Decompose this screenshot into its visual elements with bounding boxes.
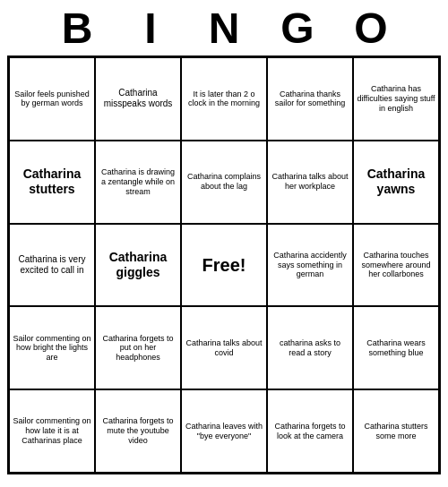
bingo-cell-1: Catharina misspeaks words [95, 57, 181, 141]
bingo-cell-16: Catharina forgets to put on her headphon… [95, 306, 181, 389]
bingo-cell-7: Catharina complains about the lag [181, 141, 267, 224]
letter-g: G [261, 7, 334, 50]
bingo-cell-9: Catharina yawns [353, 141, 439, 224]
bingo-cell-3: Catharina thanks sailor for something [267, 57, 353, 141]
bingo-cell-2: It is later than 2 o clock in the mornin… [181, 57, 267, 141]
bingo-cell-4: Catharina has difficulties saying stuff … [353, 57, 439, 141]
bingo-cell-15: Sailor commenting on how bright the ligh… [9, 306, 95, 389]
bingo-cell-18: catharina asks to read a story [267, 306, 353, 389]
bingo-cell-13: Catharina accidently says something in g… [267, 224, 353, 307]
bingo-cell-24: Catharina stutters some more [353, 389, 439, 473]
bingo-cell-8: Catharina talks about her workplace [267, 141, 353, 224]
letter-i: I [114, 7, 187, 50]
letter-n: N [187, 7, 261, 50]
bingo-cell-23: Catharina forgets to look at the camera [267, 389, 353, 473]
bingo-cell-0: Sailor feels punished by german words [9, 57, 95, 141]
bingo-cell-6: Catharina is drawing a zentangle while o… [95, 141, 181, 224]
bingo-cell-20: Sailor commenting on how late it is at C… [9, 389, 95, 473]
bingo-cell-10: Catharina is very excited to call in [9, 224, 95, 307]
bingo-cell-21: Catharina forgets to mute the youtube vi… [95, 389, 181, 473]
bingo-cell-11: Catharina giggles [95, 224, 181, 307]
letter-o: O [334, 7, 408, 50]
bingo-cell-19: Catharina wears something blue [353, 306, 439, 389]
bingo-grid: Sailor feels punished by german wordsCat… [7, 56, 441, 474]
bingo-cell-14: Catharina touches somewhere around her c… [353, 224, 439, 307]
bingo-cell-5: Catharina stutters [9, 141, 95, 224]
bingo-title: B I N G O [40, 7, 408, 50]
bingo-cell-12: Free! [181, 224, 267, 307]
bingo-cell-17: Catharina talks about covid [181, 306, 267, 389]
bingo-cell-22: Catharina leaves with "bye everyone" [181, 389, 267, 473]
letter-b: B [40, 7, 114, 50]
